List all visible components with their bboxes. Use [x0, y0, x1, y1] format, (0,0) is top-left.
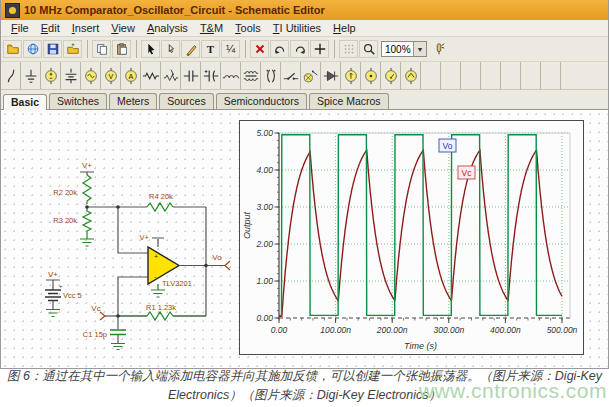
resistor-r3[interactable]: R3 20k	[53, 207, 91, 236]
copy-icon[interactable]	[92, 40, 111, 58]
switch-icon[interactable]	[281, 62, 301, 89]
relay-icon[interactable]	[301, 62, 321, 89]
svg-text:R4 20k: R4 20k	[149, 192, 173, 201]
redo-icon[interactable]	[290, 40, 309, 58]
svg-text:300.00n: 300.00n	[433, 325, 464, 335]
app-window: 10 MHz Comparator_Oscillator_Circuit - S…	[0, 0, 609, 369]
chevron-down-icon[interactable]: ▼	[413, 42, 426, 56]
open-web-icon[interactable]	[23, 40, 42, 58]
inductor-icon[interactable]	[221, 62, 241, 89]
svg-text:200.00n: 200.00n	[376, 325, 408, 335]
svg-text:A: A	[128, 71, 133, 80]
svg-text:5.00: 5.00	[256, 128, 273, 138]
tab-sources[interactable]: Sources	[159, 93, 214, 109]
grid-toggle-icon[interactable]	[339, 40, 358, 58]
wire-tool-icon[interactable]	[1, 62, 21, 89]
resistor-r1[interactable]: R1 1.23k	[118, 303, 206, 320]
interactive-mode-icon[interactable]	[429, 40, 448, 58]
net-label-vc[interactable]: Vc	[91, 304, 118, 320]
menu-tools[interactable]: Tools	[229, 22, 267, 34]
cursor-icon[interactable]	[141, 40, 160, 58]
tab-switches[interactable]: Switches	[49, 93, 107, 109]
controlled-source-icon[interactable]	[361, 62, 381, 89]
diode-icon[interactable]	[321, 62, 341, 89]
menu-file[interactable]: File	[5, 22, 35, 34]
svg-text:C1 15p: C1 15p	[83, 330, 107, 339]
svg-text:4.00: 4.00	[256, 165, 273, 175]
tab-basic[interactable]: Basic	[3, 94, 47, 110]
resistor-r4[interactable]: R4 20k	[147, 192, 173, 211]
menu-help[interactable]: Help	[327, 22, 362, 34]
svg-text:0.00: 0.00	[271, 325, 288, 335]
meter-icon[interactable]	[381, 62, 401, 89]
svg-text:Vo: Vo	[443, 141, 453, 151]
junction-dot	[85, 205, 89, 209]
potentiometer-icon[interactable]	[161, 62, 181, 89]
svg-text:+: +	[59, 283, 63, 289]
resistor-icon[interactable]	[141, 62, 161, 89]
svg-text:Vo: Vo	[212, 253, 222, 262]
save-icon[interactable]	[43, 40, 62, 58]
battery-vcc[interactable]: V+ + Vcc 5	[45, 270, 82, 317]
paste-icon[interactable]	[112, 40, 131, 58]
select-icon[interactable]	[161, 40, 180, 58]
text-tool-icon[interactable]: T	[201, 40, 220, 58]
menu-view[interactable]: View	[105, 22, 141, 34]
tab-meters[interactable]: Meters	[109, 93, 157, 109]
svg-text:V+: V+	[82, 161, 92, 170]
fraction-tool-icon[interactable]: ¼	[221, 40, 240, 58]
capacitor-c1[interactable]: C1 15p	[83, 316, 126, 350]
move-icon[interactable]	[310, 40, 329, 58]
svg-text:R1 1.23k: R1 1.23k	[146, 303, 176, 312]
waveform-svg: 0.001.002.003.004.005.000.00100.00n200.0…	[240, 121, 583, 354]
resistor-r2[interactable]: R2 20k	[53, 175, 91, 204]
svg-text:V+: V+	[140, 233, 150, 242]
app-icon	[5, 3, 20, 18]
svg-text:Vcc 5: Vcc 5	[63, 291, 82, 300]
menu-analysis[interactable]: Analysis	[141, 22, 194, 34]
component-toolbar: V A	[1, 62, 608, 90]
net-label-vo[interactable]: Vo	[212, 253, 230, 270]
menu-edit[interactable]: Edit	[35, 22, 66, 34]
svg-text:Output: Output	[242, 211, 252, 239]
coupled-inductor-icon[interactable]	[261, 62, 281, 89]
waveform-window[interactable]: 0.001.002.003.004.005.000.00100.00n200.0…	[239, 120, 584, 355]
voltage-generator-icon[interactable]	[81, 62, 101, 89]
svg-text:+: +	[154, 253, 158, 260]
figure-caption: 图 6：通过在其中一个输入端添加电容器并向其施加反馈，可以创建一个张弛振荡器。（…	[0, 362, 609, 407]
undo-icon[interactable]	[270, 40, 289, 58]
delete-icon[interactable]	[250, 40, 269, 58]
voltage-source-icon[interactable]	[41, 62, 61, 89]
pencil-icon[interactable]	[181, 40, 200, 58]
svg-text:100.00n: 100.00n	[320, 325, 351, 335]
zoom-tool-icon[interactable]	[359, 40, 378, 58]
watermark-text: www.cntronics.com	[419, 375, 607, 407]
current-source-icon[interactable]	[341, 62, 361, 89]
ammeter-icon[interactable]: A	[121, 62, 141, 89]
schematic-canvas[interactable]: V+ R2 20k R3 20k R4 20k	[1, 110, 608, 368]
open-file-icon[interactable]	[3, 40, 22, 58]
capacitor-icon[interactable]	[181, 62, 201, 89]
svg-text:2.00: 2.00	[255, 239, 273, 249]
screenshot-root: 10 MHz Comparator_Oscillator_Circuit - S…	[0, 0, 609, 407]
ground-icon[interactable]	[21, 62, 41, 89]
battery-icon[interactable]	[61, 62, 81, 89]
power-terminal-top[interactable]: V+	[80, 161, 94, 175]
svg-text:V+: V+	[48, 270, 58, 279]
menu-insert[interactable]: Insert	[66, 22, 106, 34]
tab-semiconductors[interactable]: Semiconductors	[216, 93, 307, 109]
svg-text:400.00n: 400.00n	[490, 325, 521, 335]
polarized-capacitor-icon[interactable]	[201, 62, 221, 89]
title-bar[interactable]: 10 MHz Comparator_Oscillator_Circuit - S…	[1, 0, 608, 20]
menu-ti-utilities[interactable]: TI Utilities	[267, 22, 327, 34]
tab-spice-macros[interactable]: Spice Macros	[309, 93, 389, 109]
transformer-icon[interactable]	[241, 62, 261, 89]
zoom-level-select[interactable]: 100%▼	[381, 41, 427, 57]
junction-dot	[116, 314, 120, 318]
menu-tm[interactable]: T&M	[194, 22, 229, 34]
signal-source-icon[interactable]	[401, 62, 421, 89]
voltmeter-icon[interactable]: V	[101, 62, 121, 89]
wire-minus-input	[118, 277, 148, 316]
junction-dot	[116, 205, 120, 209]
export-icon[interactable]	[63, 40, 82, 58]
